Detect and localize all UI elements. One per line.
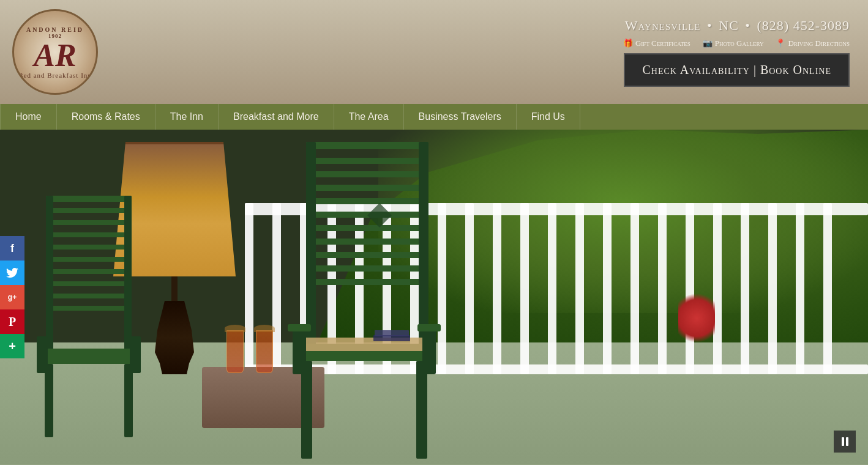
svg-rect-0 — [46, 196, 132, 202]
svg-rect-11 — [124, 196, 132, 355]
nav-rooms[interactable]: Rooms & Rates — [57, 104, 155, 130]
twitter-icon — [6, 268, 18, 278]
railing-post — [520, 203, 529, 374]
railing-post — [630, 203, 639, 374]
nav-inn[interactable]: The Inn — [155, 104, 219, 130]
iced-tea-glass-right — [256, 330, 273, 373]
pause-bar-left — [842, 437, 844, 446]
nav-breakfast[interactable]: Breakfast and More — [219, 104, 334, 130]
chair-svg-right — [288, 130, 471, 465]
railing-post — [768, 203, 777, 374]
svg-rect-7 — [46, 281, 132, 286]
railing-post — [548, 203, 556, 374]
drinks — [226, 330, 273, 373]
svg-rect-19 — [306, 171, 428, 177]
googleplus-button[interactable]: g+ — [0, 285, 24, 309]
railing-post — [796, 203, 804, 374]
svg-rect-32 — [297, 338, 432, 351]
svg-rect-18 — [306, 158, 428, 164]
svg-rect-26 — [306, 265, 428, 272]
site-header: Andon Reid 1902 AR Bed and Breakfast Inn… — [0, 0, 868, 104]
svg-rect-4 — [46, 245, 132, 250]
svg-rect-20 — [306, 185, 428, 191]
logo: Andon Reid 1902 AR Bed and Breakfast Inn — [12, 9, 98, 95]
header-right: Waynesville • NC • (828) 452-3089 🎁 Gift… — [623, 18, 850, 87]
red-flowers — [678, 294, 715, 342]
gift-icon: 🎁 — [623, 39, 633, 48]
header-contact: Waynesville • NC • (828) 452-3089 — [625, 18, 850, 34]
railing-post — [713, 203, 722, 374]
svg-marker-28 — [367, 203, 392, 227]
svg-rect-6 — [46, 269, 132, 274]
svg-rect-17 — [306, 142, 428, 149]
svg-rect-10 — [46, 196, 53, 355]
gift-certificates-link[interactable]: 🎁 Gift Certificates — [623, 39, 690, 48]
svg-rect-22 — [306, 212, 428, 218]
railing-post — [741, 203, 749, 374]
svg-rect-23 — [306, 225, 428, 231]
nav-business[interactable]: Business Travelers — [404, 104, 517, 130]
nav-home[interactable]: Home — [0, 104, 57, 130]
railing-post — [272, 203, 281, 374]
rocking-chair-right — [288, 130, 471, 465]
iced-tea-glass-left — [226, 330, 244, 373]
pause-button[interactable] — [834, 431, 856, 453]
pause-bar-right — [846, 437, 848, 446]
svg-rect-24 — [306, 239, 428, 245]
railing-post — [658, 203, 667, 374]
driving-directions-link[interactable]: 📍 Driving Directions — [776, 39, 850, 48]
railing-post — [823, 203, 832, 374]
railing-post — [603, 203, 612, 374]
pause-icon — [840, 437, 849, 446]
svg-rect-15 — [45, 364, 53, 437]
book-online-button[interactable]: Check Availability | Book Online — [624, 53, 850, 87]
svg-rect-36 — [417, 324, 441, 331]
header-links: 🎁 Gift Certificates 📷 Photo Gallery 📍 Dr… — [623, 39, 850, 48]
lamp-base — [150, 301, 199, 374]
svg-rect-9 — [46, 306, 132, 311]
nav-area[interactable]: The Area — [334, 104, 404, 130]
svg-rect-29 — [306, 142, 316, 350]
svg-rect-38 — [416, 361, 427, 459]
logo-area: Andon Reid 1902 AR Bed and Breakfast Inn — [12, 9, 98, 95]
social-sidebar: f g+ P + — [0, 236, 24, 358]
share-button[interactable]: + — [0, 334, 24, 358]
pin-icon: 📍 — [776, 39, 785, 48]
svg-rect-2 — [46, 220, 132, 225]
svg-rect-8 — [46, 294, 132, 298]
svg-rect-21 — [306, 198, 428, 204]
svg-rect-5 — [46, 257, 132, 262]
rocking-chair-left — [34, 171, 144, 465]
lamp-neck — [171, 276, 178, 301]
svg-rect-3 — [46, 232, 132, 237]
svg-rect-12 — [37, 349, 138, 364]
svg-rect-1 — [46, 208, 132, 213]
twitter-button[interactable] — [0, 261, 24, 285]
svg-rect-25 — [306, 252, 428, 258]
svg-rect-16 — [124, 364, 133, 437]
photo-gallery-link[interactable]: 📷 Photo Gallery — [703, 39, 764, 48]
main-nav: Home Rooms & Rates The Inn Breakfast and… — [0, 104, 868, 130]
railing-post — [686, 203, 694, 374]
svg-rect-27 — [306, 279, 428, 285]
railing-post — [493, 203, 501, 374]
pinterest-button[interactable]: P — [0, 309, 24, 334]
camera-icon: 📷 — [703, 39, 713, 48]
svg-rect-30 — [419, 142, 428, 350]
nav-find-us[interactable]: Find Us — [517, 104, 580, 130]
chair-svg-left — [34, 171, 144, 465]
hero-section: f g+ P + — [0, 130, 868, 465]
svg-rect-35 — [288, 324, 311, 331]
svg-rect-40 — [375, 330, 409, 336]
svg-rect-37 — [301, 361, 312, 459]
facebook-button[interactable]: f — [0, 236, 24, 261]
railing-post — [575, 203, 584, 374]
